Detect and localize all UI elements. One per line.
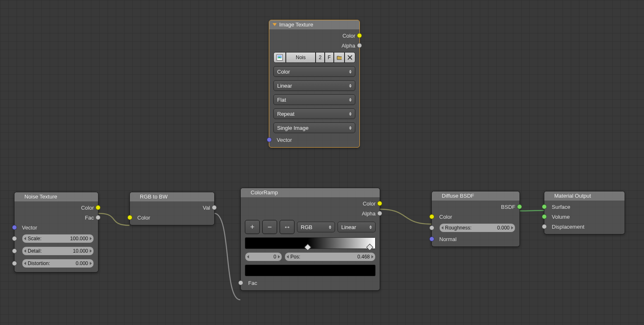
output-label: Fac <box>85 215 94 221</box>
source-dropdown[interactable]: Single Image <box>273 122 355 133</box>
detail-field[interactable]: Detail:10.000 <box>22 246 94 256</box>
diffuse-bsdf-node[interactable]: Diffuse BSDF BSDF Color Roughness:0.000 … <box>431 191 520 247</box>
dropdown-arrow-icon <box>369 225 372 229</box>
projection-dropdown[interactable]: Flat <box>273 94 355 105</box>
remove-stop-button[interactable]: − <box>262 220 277 234</box>
collapse-icon[interactable] <box>133 195 137 198</box>
increment-icon[interactable] <box>278 255 280 258</box>
surface-input-socket[interactable] <box>542 204 547 209</box>
extension-dropdown[interactable]: Repeat <box>273 108 355 119</box>
field-label: Detail: <box>26 248 73 254</box>
flip-icon: ↔ <box>283 223 291 232</box>
node-header[interactable]: Image Texture <box>269 20 359 30</box>
dropdown-value: Linear <box>341 224 356 230</box>
open-image-button[interactable] <box>334 52 345 63</box>
roughness-field[interactable]: Roughness:0.000 <box>439 223 515 232</box>
dropdown-arrow-icon <box>349 126 352 130</box>
node-header[interactable]: Diffuse BSDF <box>432 191 520 201</box>
dropdown-value: Linear <box>277 83 292 89</box>
color-ramp-node[interactable]: ColorRamp Color Alpha + − ↔ RGB Linear 0… <box>240 188 380 291</box>
scale-input-socket[interactable] <box>12 236 17 241</box>
increment-icon[interactable] <box>90 249 92 253</box>
decrement-icon[interactable] <box>247 255 249 258</box>
roughness-input-socket[interactable] <box>429 225 434 230</box>
detail-input-socket[interactable] <box>12 249 17 253</box>
interp-dropdown[interactable]: Linear <box>338 222 376 232</box>
material-output-node[interactable]: Material Output Surface Volume Displacem… <box>544 191 625 234</box>
stop-color-swatch[interactable] <box>245 265 376 276</box>
position-field[interactable]: Pos:0.468 <box>285 252 376 261</box>
users-count[interactable]: 2 <box>316 52 325 63</box>
increment-icon[interactable] <box>90 237 92 240</box>
field-label: Roughness: <box>443 225 497 231</box>
flip-ramp-button[interactable]: ↔ <box>280 220 294 234</box>
alpha-output-socket[interactable] <box>377 211 382 216</box>
increment-icon[interactable] <box>511 226 513 229</box>
dropdown-arrow-icon <box>349 98 352 102</box>
distortion-input-socket[interactable] <box>12 261 17 266</box>
vector-input-socket[interactable] <box>12 225 17 230</box>
vector-input-socket[interactable] <box>267 137 272 142</box>
color-output-socket[interactable] <box>357 33 362 38</box>
collapse-icon[interactable] <box>244 191 248 194</box>
input-label: Color <box>137 215 150 221</box>
displacement-input-socket[interactable] <box>542 224 547 229</box>
colorspace-dropdown[interactable]: Color <box>273 66 355 77</box>
rgb-to-bw-node[interactable]: RGB to BW Val Color <box>129 192 215 225</box>
val-output-socket[interactable] <box>212 205 217 210</box>
output-label: Color <box>363 201 376 207</box>
input-label: Fac <box>248 280 257 286</box>
dropdown-arrow-icon <box>349 70 352 74</box>
field-label: Scale: <box>26 236 70 241</box>
node-title: Diffuse BSDF <box>442 193 474 199</box>
input-label: Color <box>439 214 452 220</box>
color-input-socket[interactable] <box>429 214 434 219</box>
dropdown-arrow-icon <box>329 225 331 229</box>
interpolation-dropdown[interactable]: Linear <box>273 80 355 91</box>
collapse-icon[interactable] <box>435 194 439 197</box>
browse-image-button[interactable] <box>273 52 286 63</box>
scale-field[interactable]: Scale:100.000 <box>22 234 94 243</box>
normal-input-socket[interactable] <box>429 237 434 241</box>
collapse-icon[interactable] <box>548 194 552 197</box>
node-title: Image Texture <box>279 22 313 28</box>
node-header[interactable]: ColorRamp <box>241 188 380 198</box>
node-header[interactable]: RGB to BW <box>130 192 214 202</box>
image-name-field[interactable]: Nois <box>286 52 316 63</box>
color-ramp-widget[interactable] <box>245 237 376 249</box>
dropdown-value: Single Image <box>277 125 309 131</box>
fac-output-socket[interactable] <box>96 215 101 220</box>
bsdf-output-socket[interactable] <box>517 204 522 209</box>
fac-input-socket[interactable] <box>238 280 243 285</box>
distortion-field[interactable]: Distortion:0.000 <box>22 259 94 268</box>
increment-icon[interactable] <box>371 255 373 258</box>
alpha-output-socket[interactable] <box>357 43 362 48</box>
add-stop-button[interactable]: + <box>245 220 260 234</box>
image-icon <box>276 54 283 61</box>
volume-input-socket[interactable] <box>542 214 547 219</box>
field-value: 0 <box>273 254 278 260</box>
increment-icon[interactable] <box>90 262 92 265</box>
image-texture-node[interactable]: Image Texture Color Alpha Nois 2 F Color… <box>269 20 360 148</box>
node-title: Material Output <box>554 193 591 199</box>
minus-icon: − <box>268 223 272 232</box>
dropdown-value: Color <box>277 69 290 75</box>
field-value: 0.468 <box>357 254 371 260</box>
noise-texture-node[interactable]: Noise Texture Color Fac Vector Scale:100… <box>14 192 98 272</box>
color-output-socket[interactable] <box>377 201 382 206</box>
dropdown-value: Repeat <box>277 111 294 117</box>
node-header[interactable]: Noise Texture <box>14 192 98 202</box>
color-mode-dropdown[interactable]: RGB <box>297 222 335 232</box>
stop-index-field[interactable]: 0 <box>245 252 282 261</box>
color-output-socket[interactable] <box>96 205 101 210</box>
unlink-image-button[interactable] <box>345 52 355 63</box>
collapse-icon[interactable] <box>18 195 22 198</box>
fake-user-button[interactable]: F <box>325 52 334 63</box>
gradient <box>308 238 375 249</box>
input-label: Normal <box>439 236 457 242</box>
node-header[interactable]: Material Output <box>544 191 625 201</box>
collapse-icon[interactable] <box>273 23 277 26</box>
field-value: 0.000 <box>76 260 90 266</box>
color-input-socket[interactable] <box>127 215 132 220</box>
field-value: 0.000 <box>497 225 511 231</box>
